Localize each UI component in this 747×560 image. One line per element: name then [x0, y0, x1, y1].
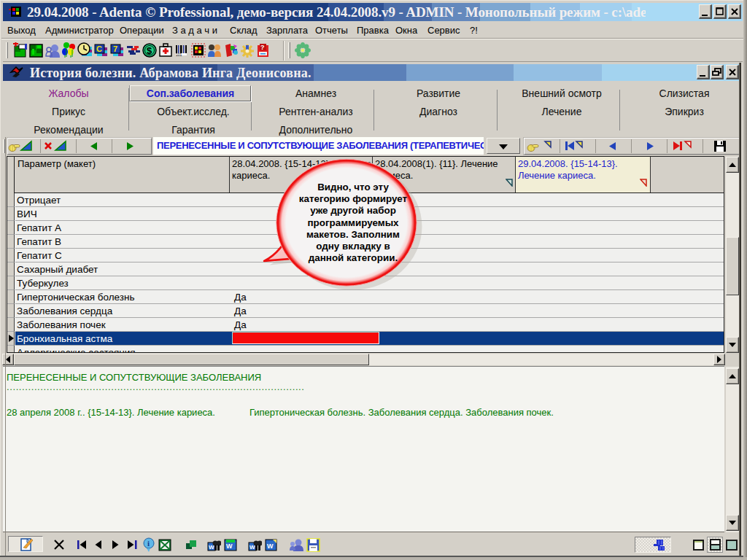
svg-text:W: W: [267, 542, 274, 550]
svg-text:7: 7: [113, 44, 117, 53]
svg-text:C: C: [96, 44, 102, 53]
svg-text:?: ?: [260, 44, 265, 51]
svg-text:W: W: [226, 542, 233, 550]
svg-text:$: $: [147, 45, 152, 56]
svg-text:101: 101: [176, 52, 182, 57]
svg-text:i: i: [147, 539, 150, 548]
